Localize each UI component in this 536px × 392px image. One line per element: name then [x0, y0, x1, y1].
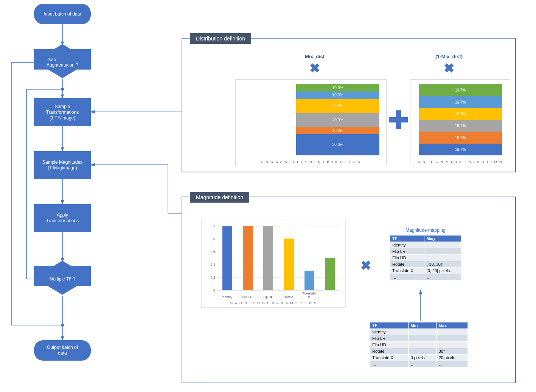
cell: Flip UD [390, 255, 424, 261]
y-tick: 0 [213, 288, 215, 292]
y-tick: 0.4 [210, 263, 215, 266]
table-row: Identity [390, 242, 461, 248]
output-terminator: Output batch of data [34, 340, 91, 361]
label: Output batch of data [47, 345, 78, 356]
cell: Translate X [370, 355, 409, 361]
cell [436, 329, 468, 335]
stack-segment: 16.7% [419, 120, 502, 132]
table-row: Identity [370, 329, 468, 335]
process-sample-magnitudes: Sample Magnitudes (1 Mag/image) [34, 151, 91, 179]
cell: Flip LR [390, 248, 424, 255]
magnitude-mapping-table: TF Mag IdentityFlip LRFlip UDRotate[-30,… [390, 235, 461, 280]
th-tf: TF [390, 236, 424, 242]
uniform-distribution-chart: 16.7%16.7%16.7%16.7%16.7%16.7% U N I F O… [410, 79, 510, 166]
bar [284, 239, 294, 290]
table-row: …… [390, 274, 461, 280]
x-label: Translate X [301, 291, 317, 299]
chart-caption-2: U N I F O R M D I S T R I B U T I O N [410, 160, 510, 164]
table-row: Flip LR [390, 248, 461, 255]
x-label: … [322, 295, 337, 299]
magnitude-mapping-title: Magnitude mapping [390, 228, 461, 233]
stack-segment: 16.7% [419, 132, 502, 143]
y-tick: 0.8 [210, 237, 215, 241]
plus-icon [389, 110, 408, 129]
stack-col-1: 10.0%10.0%20.0%20.0%10.0%30.0% [296, 84, 379, 155]
process-apply-transformations: Apply Transformations [34, 204, 91, 232]
cell [424, 255, 461, 261]
cell: Rotate [390, 261, 424, 268]
cell [408, 348, 436, 355]
stack-segment: 20.0% [296, 113, 379, 127]
up-arrow-icon [413, 288, 428, 322]
y-tick: 1 [213, 224, 215, 228]
chart-caption-1: P R O B A B I L I T Y D I S T R I B U T … [236, 160, 386, 164]
cell [424, 248, 461, 255]
stack-segment: 10.0% [296, 127, 379, 134]
cell [436, 335, 468, 342]
multiply-icon-left: ✖ [296, 60, 334, 76]
stack-segment: 16.7% [419, 108, 502, 120]
stack-segment: 20.0% [296, 99, 379, 113]
cell [408, 342, 436, 348]
bar-chart-caption: M A G N I T U D E P A R A M E T E R S [202, 301, 345, 305]
decision-data-augmentation: Data Augmentation ? [34, 45, 91, 79]
cell: Translate X [390, 268, 424, 274]
x-label: Flip UD [260, 295, 275, 299]
label: Input batch of data [44, 11, 81, 17]
stack-segment: 10.0% [296, 84, 379, 91]
cell: 0 pixels [408, 355, 436, 361]
cell: … [370, 361, 409, 367]
cell: … [408, 361, 436, 367]
multiply-icon-mag: ✖ [354, 258, 377, 273]
magnitude-range-table: TF Min Max IdentityFlip LRFlip UDRotate3… [370, 322, 468, 367]
cell: Rotate [370, 348, 409, 355]
label: Multiple TF ? [49, 276, 75, 282]
stack-segment: 16.7% [419, 84, 502, 96]
one-minus-mix-dist-heading: (1-Mix_dist) [411, 54, 487, 59]
stack-segment: 16.7% [419, 144, 502, 155]
bar [325, 258, 335, 290]
bar [222, 226, 232, 290]
th-tf: TF [370, 322, 409, 329]
table-row: Flip UD [390, 255, 461, 261]
label: Apply Transformations [46, 212, 79, 224]
table-row: Flip LR [370, 335, 468, 342]
stack-col-2: 16.7%16.7%16.7%16.7%16.7%16.7% [419, 84, 502, 155]
cell: [-30, 30]° [424, 261, 461, 268]
range-tbody: IdentityFlip LRFlip UDRotate30°Translate… [370, 329, 468, 367]
cell: Flip LR [370, 335, 409, 342]
table-row: Rotate30° [370, 348, 468, 355]
table-row: Translate X[0, 20] pixels [390, 268, 461, 274]
bar [305, 271, 314, 290]
panel-title: Distribution definition [190, 33, 251, 44]
table-row: ……… [370, 361, 468, 367]
label: Data Augmentation ? [47, 57, 78, 68]
svg-point-7 [61, 324, 64, 327]
process-sample-transformations: Sample Transformations (1 TF/image) [34, 98, 91, 126]
cell: Identity [370, 329, 409, 335]
svg-point-2 [61, 88, 64, 91]
y-tick: 0.2 [210, 276, 215, 279]
panel-title: Magnitude definition [190, 192, 249, 203]
cell: 20 pixels [436, 355, 468, 361]
x-label: Identity [219, 295, 235, 299]
th-mag: Mag [424, 236, 461, 242]
cell: Identity [390, 242, 424, 248]
cell [436, 342, 468, 348]
bar [263, 226, 273, 290]
table-row: Flip UD [370, 342, 468, 348]
stack-segment: 10.0% [296, 91, 379, 99]
x-label: Flip LR [240, 295, 255, 299]
cell: … [390, 274, 424, 280]
cell: … [436, 361, 468, 367]
stack-segment: 16.7% [419, 96, 502, 108]
cell: Flip UD [370, 342, 409, 348]
mapping-tbody: IdentityFlip LRFlip UDRotate[-30, 30]°Tr… [390, 242, 461, 280]
x-label: Rotate [281, 295, 296, 299]
distribution-definition-panel: Distribution definition Mix_dist ✖ (1-Mi… [182, 38, 516, 172]
y-tick: 0.6 [210, 250, 215, 254]
cell: 30° [436, 348, 468, 355]
probability-distribution-chart: 10.0%10.0%20.0%20.0%10.0%30.0% P R O B A… [235, 79, 387, 166]
stack-segment: 30.0% [296, 134, 379, 155]
table-row: Rotate[-30, 30]° [390, 261, 461, 268]
